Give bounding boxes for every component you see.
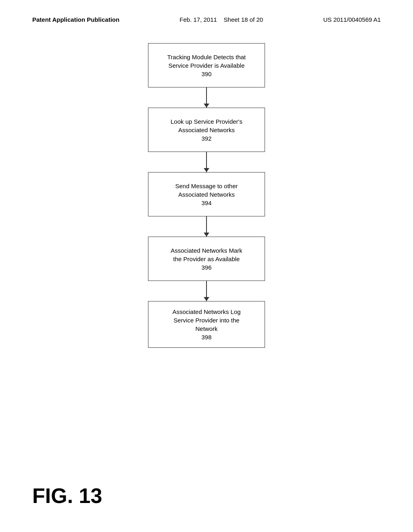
publication-label: Patent Application Publication <box>32 16 119 23</box>
flow-box-390: Tracking Module Detects thatService Prov… <box>148 43 265 87</box>
box-392-text: Look up Service Provider'sAssociated Net… <box>171 117 242 143</box>
page-header: Patent Application Publication Feb. 17, … <box>0 0 413 31</box>
flow-box-398: Associated Networks LogService Provider … <box>148 301 265 348</box>
box-394-text: Send Message to otherAssociated Networks… <box>175 182 238 207</box>
flow-box-394: Send Message to otherAssociated Networks… <box>148 172 265 216</box>
box-398-text: Associated Networks LogService Provider … <box>172 308 240 341</box>
flowchart: Tracking Module Detects thatService Prov… <box>148 43 265 348</box>
patent-number-label: US 2011/0040569 A1 <box>323 16 381 23</box>
arrow-2 <box>206 152 207 172</box>
box-396-text: Associated Networks Markthe Provider as … <box>171 246 242 272</box>
box-390-text: Tracking Module Detects thatService Prov… <box>167 53 246 78</box>
arrow-4 <box>206 281 207 301</box>
flow-box-396: Associated Networks Markthe Provider as … <box>148 237 265 281</box>
date-label: Feb. 17, 2011 <box>179 16 217 23</box>
arrow-1 <box>206 87 207 108</box>
arrow-3 <box>206 216 207 237</box>
date-sheet-label: Feb. 17, 2011 Sheet 18 of 20 <box>179 16 263 23</box>
diagram-container: Tracking Module Detects thatService Prov… <box>0 31 413 348</box>
flow-box-392: Look up Service Provider'sAssociated Net… <box>148 108 265 152</box>
sheet-label: Sheet 18 of 20 <box>224 16 263 23</box>
figure-label: FIG. 13 <box>32 484 102 508</box>
